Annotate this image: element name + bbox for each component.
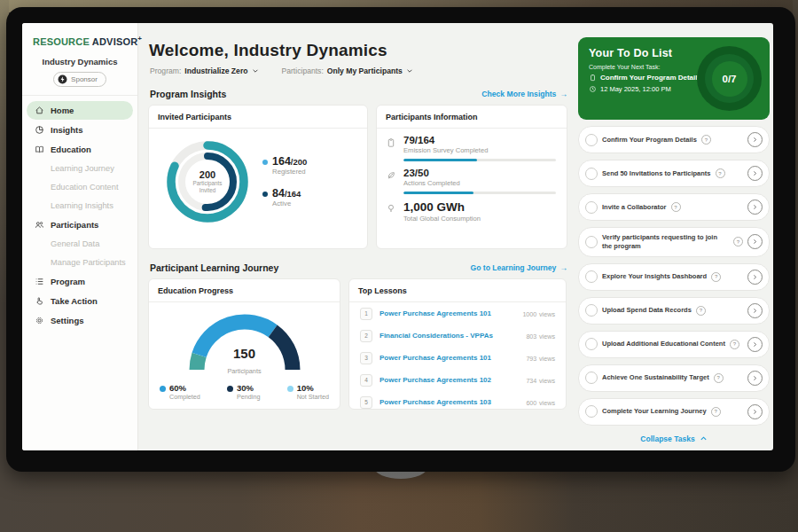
home-icon	[35, 106, 44, 115]
task-open-button[interactable]	[747, 404, 763, 419]
sidebar-item-general-data[interactable]: General Data	[27, 235, 133, 253]
program-insights-cards: Invited Participants 200 Participants	[148, 105, 569, 249]
lesson-link[interactable]: Power Purchase Agreements 101	[379, 354, 519, 362]
task-checkbox[interactable]	[585, 338, 598, 350]
task-open-button[interactable]	[747, 166, 763, 181]
gauge-center-value: 150	[174, 346, 316, 361]
chevron-right-icon	[752, 239, 758, 245]
task-checkbox[interactable]	[585, 405, 598, 418]
lesson-link[interactable]: Power Purchase Agreements 102	[379, 376, 519, 384]
lesson-rank: 1	[360, 308, 372, 320]
task-checkbox[interactable]	[585, 236, 598, 248]
sidebar-item-program[interactable]: Program	[27, 272, 133, 291]
clipboard-icon	[386, 137, 396, 148]
sidebar-item-label: Home	[51, 106, 74, 115]
lesson-row: 2 Financial Considerations - VPPAs 803 v…	[349, 325, 566, 347]
filters-row: Program: Industrialize Zero Participants…	[150, 66, 569, 75]
lesson-row: 5 Power Purchase Agreements 103 600 view…	[349, 391, 566, 413]
org-name: Industry Dynamics	[22, 57, 137, 66]
todo-hero-card: Your To Do List Complete Your Next Task:…	[578, 37, 770, 120]
sidebar-item-participants[interactable]: Participants	[27, 215, 133, 234]
sidebar-item-label: Education Content	[51, 183, 119, 192]
sidebar-item-home[interactable]: Home	[27, 101, 133, 120]
task-checkbox[interactable]	[585, 168, 598, 180]
clock-icon	[589, 85, 597, 93]
emission-survey-row: 79/164 Emission Survey Completed	[377, 129, 567, 161]
lesson-link[interactable]: Financial Considerations - VPPAs	[379, 332, 519, 340]
program-filter-dropdown[interactable]: Program: Industrialize Zero	[150, 66, 259, 75]
go-to-learning-journey-link[interactable]: Go to Learning Journey →	[470, 263, 567, 272]
recent-news-card: Recent News	[578, 450, 770, 451]
app-logo: RESOURCE ADVISOR+	[33, 35, 137, 47]
sidebar-item-label: Participants	[51, 220, 98, 230]
task-explore-insights[interactable]: Explore Your Insights Dashboard ?	[578, 263, 770, 291]
task-checkbox[interactable]	[585, 270, 598, 283]
task-open-button[interactable]	[747, 132, 763, 147]
task-open-button[interactable]	[747, 270, 763, 285]
task-open-button[interactable]	[747, 200, 763, 215]
task-checkbox[interactable]	[585, 134, 598, 146]
sidebar-item-learning-insights[interactable]: Learning Insights	[27, 197, 133, 215]
sponsor-badge[interactable]: Sponsor	[53, 72, 106, 87]
donut-center-label: Participants	[193, 180, 223, 187]
screen: RESOURCE ADVISOR+ Industry Dynamics Spon…	[22, 23, 773, 450]
task-checkbox[interactable]	[585, 304, 598, 317]
help-icon[interactable]: ?	[696, 306, 706, 316]
task-invite-collaborator[interactable]: Invite a Collaborator ?	[578, 193, 770, 221]
task-verify-participants[interactable]: Verify participants requesting to join t…	[578, 227, 770, 257]
task-open-button[interactable]	[747, 234, 763, 249]
participants-filter-dropdown[interactable]: Participants: Only My Participants	[282, 66, 413, 75]
help-icon[interactable]: ?	[701, 135, 711, 145]
sidebar-item-insights[interactable]: Insights	[27, 121, 133, 139]
leaf-icon	[386, 170, 396, 181]
task-open-button[interactable]	[747, 303, 763, 318]
sidebar-item-settings[interactable]: Settings	[27, 311, 133, 330]
task-complete-learning-journey[interactable]: Complete Your Learning Journey ?	[578, 398, 770, 426]
lesson-row: 4 Power Purchase Agreements 102 734 view…	[349, 369, 566, 391]
help-icon[interactable]: ?	[733, 237, 743, 246]
participants-filter-label: Participants:	[282, 66, 324, 75]
legend-dot-pending	[227, 386, 233, 392]
donut-center-label: Invited	[200, 187, 216, 194]
sidebar-item-take-action[interactable]: Take Action	[27, 292, 133, 310]
help-icon[interactable]: ?	[730, 340, 739, 349]
sidebar-item-education-content[interactable]: Education Content	[27, 178, 133, 196]
actions-completed-row: 23/50 Actions Completed	[377, 161, 567, 194]
card-title: Education Progress	[158, 286, 331, 295]
task-confirm-program-details[interactable]: Confirm Your Program Details ?	[578, 126, 770, 153]
card-title: Participants Information	[386, 113, 558, 121]
collapse-tasks-link[interactable]: Collapse Tasks	[578, 434, 770, 443]
task-open-button[interactable]	[747, 337, 763, 352]
card-title: Invited Participants	[158, 113, 358, 121]
lesson-views: 734	[526, 377, 536, 385]
help-icon[interactable]: ?	[714, 373, 724, 383]
logo-advisor: ADVISOR	[92, 36, 138, 47]
help-icon[interactable]: ?	[716, 168, 725, 178]
help-icon[interactable]: ?	[671, 202, 681, 212]
legend-registered: 164/200 Registered	[262, 156, 307, 176]
lesson-link[interactable]: Power Purchase Agreements 103	[379, 398, 519, 406]
sidebar-item-label: Learning Journey	[51, 164, 114, 173]
task-checkbox[interactable]	[585, 372, 598, 384]
arrow-right-icon: →	[559, 263, 567, 272]
lesson-link[interactable]: Power Purchase Agreements 101	[379, 309, 515, 317]
task-achieve-sustainability-target[interactable]: Achieve One Sustainability Target ?	[578, 364, 770, 392]
lesson-row: 1 Power Purchase Agreements 101 1000 vie…	[349, 302, 566, 325]
task-send-invitations[interactable]: Send 50 Invitations to Participants ?	[578, 160, 770, 187]
top-lessons-card: Top Lessons 1 Power Purchase Agreements …	[348, 278, 567, 410]
chevron-right-icon	[752, 308, 758, 314]
task-open-button[interactable]	[747, 371, 763, 386]
sponsor-label: Sponsor	[71, 75, 98, 83]
sidebar-item-education[interactable]: Education	[27, 140, 133, 159]
help-icon[interactable]: ?	[711, 272, 721, 282]
check-more-insights-link[interactable]: Check More Insights →	[481, 90, 567, 98]
help-icon[interactable]: ?	[711, 407, 721, 417]
task-checkbox[interactable]	[585, 201, 598, 214]
task-upload-spend-data[interactable]: Upload Spend Data Records ?	[578, 297, 770, 325]
participants-information-card: Participants Information 79/164 Emission…	[376, 105, 567, 249]
task-upload-educational-content[interactable]: Upload Additional Educational Content ?	[578, 331, 770, 358]
sidebar-item-manage-participants[interactable]: Manage Participants	[27, 254, 133, 271]
sidebar-item-learning-journey[interactable]: Learning Journey	[27, 160, 133, 177]
program-filter-label: Program:	[150, 66, 181, 75]
lesson-rank: 5	[360, 396, 372, 409]
